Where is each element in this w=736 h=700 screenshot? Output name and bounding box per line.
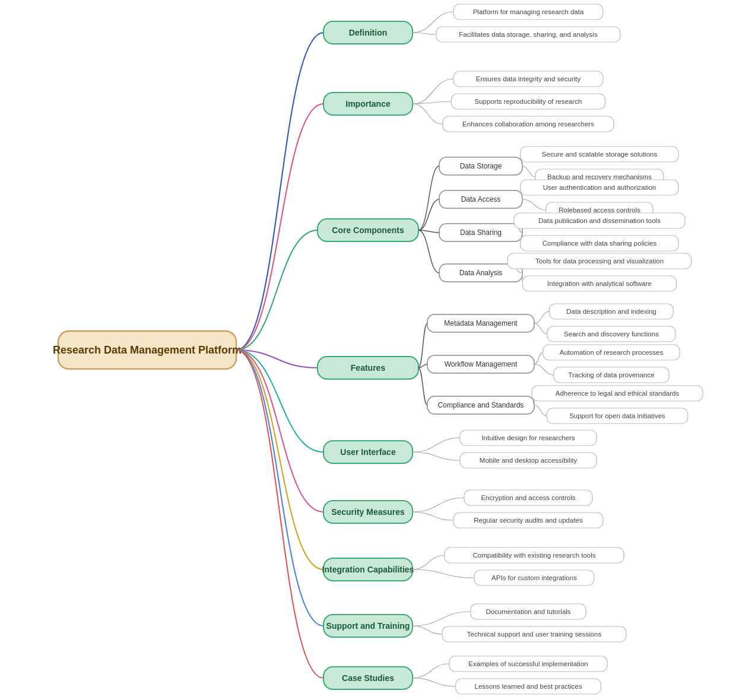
svg-text:Tools for data processing and : Tools for data processing and visualizat… (535, 257, 664, 265)
svg-text:Integration with analytical so: Integration with analytical software (547, 280, 652, 287)
svg-text:Data description and indexing: Data description and indexing (566, 308, 656, 315)
svg-text:Automation of research process: Automation of research processes (560, 349, 664, 356)
svg-text:Compliance and Standards: Compliance and Standards (438, 401, 524, 409)
svg-text:Regular security audits and up: Regular security audits and updates (474, 517, 583, 524)
svg-text:Support for open data initiati: Support for open data initiatives (569, 412, 665, 419)
svg-text:Security Measures: Security Measures (331, 507, 405, 517)
svg-text:Intuitive design for researche: Intuitive design for researchers (481, 434, 575, 441)
svg-text:Backup and recovery mechanisms: Backup and recovery mechanisms (547, 173, 652, 180)
svg-text:Facilitates data storage, shar: Facilitates data storage, sharing, and a… (459, 31, 598, 38)
svg-text:User Interface: User Interface (340, 447, 396, 457)
svg-text:Importance: Importance (345, 99, 391, 109)
svg-text:Data Analysis: Data Analysis (459, 269, 503, 277)
svg-text:Tracking of data provenance: Tracking of data provenance (568, 371, 654, 378)
svg-text:Support and Training: Support and Training (326, 621, 410, 631)
svg-text:Data Storage: Data Storage (460, 162, 502, 170)
svg-text:Technical support and user tra: Technical support and user training sess… (467, 631, 602, 638)
svg-text:Integration Capabilities: Integration Capabilities (322, 565, 414, 574)
mindmap: Research Data Management PlatformDefinit… (0, 0, 736, 700)
svg-text:Compliance with data sharing p: Compliance with data sharing policies (543, 240, 657, 247)
svg-text:Data Access: Data Access (461, 195, 501, 203)
svg-text:Lessons learned and best pract: Lessons learned and best practices (475, 683, 582, 690)
svg-text:Metadata Management: Metadata Management (444, 319, 518, 327)
svg-text:Platform for managing research: Platform for managing research data (473, 8, 584, 15)
svg-text:APIs for custom integrations: APIs for custom integrations (491, 574, 577, 581)
svg-text:Mobile and desktop accessibili: Mobile and desktop accessibility (480, 457, 578, 464)
svg-text:Supports reproducibility of re: Supports reproducibility of research (475, 98, 582, 105)
svg-text:Encryption and access controls: Encryption and access controls (481, 494, 575, 501)
svg-text:Search and discovery functions: Search and discovery functions (564, 330, 659, 338)
svg-text:Examples of successful impleme: Examples of successful implementation (468, 660, 588, 667)
svg-text:Data Sharing: Data Sharing (460, 228, 502, 237)
svg-text:Research Data Management Platf: Research Data Management Platform (53, 344, 242, 356)
svg-text:Case Studies: Case Studies (342, 673, 394, 683)
svg-text:Workflow Management: Workflow Management (445, 360, 518, 368)
svg-text:User authentication and author: User authentication and authorization (543, 184, 656, 191)
svg-text:Ensures data integrity and sec: Ensures data integrity and security (476, 75, 581, 82)
svg-text:Core Components: Core Components (332, 225, 404, 235)
svg-text:Definition: Definition (349, 28, 388, 37)
svg-text:Rolebased access controls: Rolebased access controls (559, 206, 640, 214)
svg-text:Features: Features (351, 363, 386, 373)
svg-text:Compatibility with existing re: Compatibility with existing research too… (472, 552, 595, 559)
svg-text:Enhances collaboration among r: Enhances collaboration among researchers (462, 120, 594, 128)
svg-text:Documentation and tutorials: Documentation and tutorials (486, 608, 570, 615)
svg-text:Secure and scalable storage so: Secure and scalable storage solutions (542, 151, 658, 158)
svg-text:Data publication and dissemina: Data publication and dissemination tools (538, 217, 661, 224)
svg-text:Adherence to legal and ethical: Adherence to legal and ethical standards (556, 390, 680, 397)
